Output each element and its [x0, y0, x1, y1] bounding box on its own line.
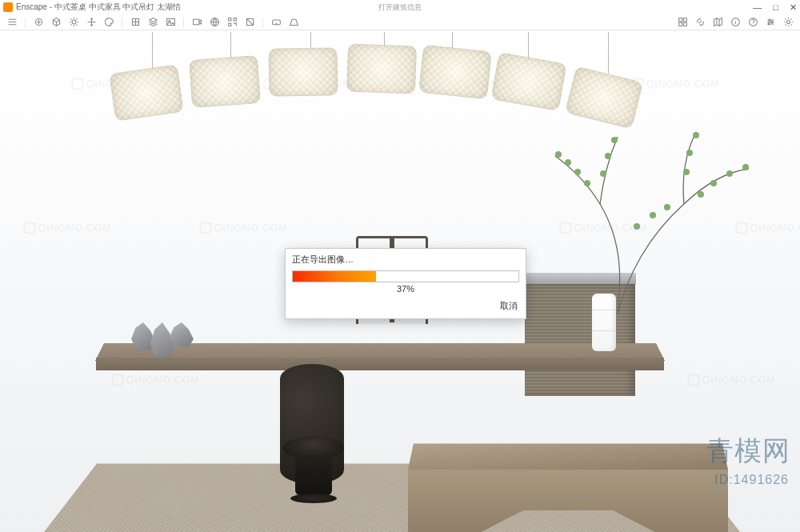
- maximize-button[interactable]: □: [773, 2, 778, 13]
- svg-rect-5: [193, 19, 198, 25]
- arrows-icon[interactable]: [84, 16, 98, 29]
- close-button[interactable]: ✕: [790, 2, 797, 13]
- minimize-button[interactable]: —: [753, 2, 762, 13]
- watermark-id: ID:1491626: [714, 473, 789, 487]
- info-icon[interactable]: [728, 16, 742, 29]
- progress-bar: [292, 270, 519, 282]
- svg-point-18: [768, 19, 770, 21]
- svg-rect-9: [228, 23, 230, 26]
- progress-percent: 37%: [286, 282, 526, 298]
- app-icon: [3, 2, 13, 12]
- svg-point-27: [605, 153, 611, 159]
- banner-hint: 打开建筑信息: [378, 2, 422, 13]
- cancel-button[interactable]: 取消: [500, 300, 518, 312]
- svg-point-22: [555, 151, 562, 158]
- watermark-brand: 青模网: [706, 433, 790, 470]
- svg-point-25: [584, 180, 590, 186]
- map-icon[interactable]: [710, 16, 725, 29]
- svg-rect-12: [678, 18, 682, 22]
- window-controls: — □ ✕: [753, 2, 797, 13]
- svg-rect-3: [166, 18, 174, 25]
- export-progress-dialog: 正在导出图像… 37% 取消: [285, 248, 526, 319]
- svg-point-29: [693, 132, 699, 138]
- svg-point-19: [771, 21, 773, 22]
- rocks: [136, 322, 194, 358]
- svg-point-34: [710, 180, 717, 186]
- qr-icon[interactable]: [225, 16, 239, 29]
- svg-rect-7: [228, 18, 230, 21]
- light-sun-icon[interactable]: [66, 16, 81, 29]
- ortho-icon[interactable]: [128, 16, 142, 29]
- svg-point-35: [698, 191, 704, 198]
- bench: [408, 434, 728, 532]
- svg-point-30: [686, 150, 693, 156]
- mono-icon[interactable]: [242, 16, 257, 29]
- svg-point-24: [574, 169, 581, 175]
- svg-rect-14: [678, 22, 682, 26]
- perspective-icon[interactable]: [286, 16, 301, 29]
- stack-icon[interactable]: [146, 16, 160, 29]
- vr-icon[interactable]: [269, 16, 283, 29]
- toolbar: [0, 14, 800, 30]
- svg-point-38: [664, 204, 670, 210]
- viewport[interactable]: QINGMO.COM QINGMO.COM QINGMO.COM QINGMO.…: [0, 30, 800, 532]
- link-icon[interactable]: [693, 16, 707, 29]
- svg-point-26: [611, 137, 618, 143]
- svg-point-37: [650, 212, 656, 218]
- add-asset-icon[interactable]: [31, 16, 46, 29]
- image-export-icon[interactable]: [163, 16, 178, 29]
- grid-icon[interactable]: [675, 16, 690, 29]
- svg-rect-8: [234, 18, 236, 21]
- svg-point-32: [742, 164, 749, 170]
- cube-icon[interactable]: [49, 16, 63, 29]
- svg-point-33: [726, 170, 733, 177]
- svg-point-23: [565, 159, 571, 166]
- palette-icon[interactable]: [102, 16, 116, 29]
- title-bar: Enscape - 中式茶桌 中式家具 中式吊灯 太湖情 打开建筑信息 — □ …: [0, 0, 800, 14]
- dialog-title: 正在导出图像…: [286, 249, 526, 269]
- globe-icon[interactable]: [207, 16, 222, 29]
- svg-point-31: [683, 169, 690, 175]
- svg-rect-13: [683, 18, 686, 22]
- svg-point-1: [72, 20, 76, 24]
- svg-point-28: [600, 170, 606, 177]
- svg-point-21: [786, 20, 790, 23]
- settings-icon[interactable]: [763, 16, 778, 29]
- stool: [283, 436, 344, 505]
- progress-bar-fill: [293, 271, 376, 282]
- svg-rect-15: [683, 22, 686, 26]
- gear-icon[interactable]: [781, 16, 795, 29]
- svg-point-20: [768, 23, 770, 25]
- plant: [544, 116, 768, 316]
- help-icon[interactable]: [746, 16, 760, 29]
- video-export-icon[interactable]: [190, 16, 204, 29]
- svg-point-36: [634, 223, 640, 230]
- menu-icon[interactable]: [5, 16, 19, 29]
